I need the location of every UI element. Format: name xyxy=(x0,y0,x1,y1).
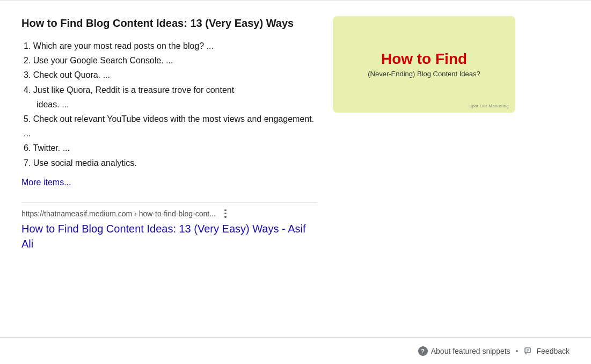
main-content: How to Find Blog Content Ideas: 13 (Very… xyxy=(0,0,537,262)
snippet-list: 1. Which are your most read posts on the… xyxy=(21,39,317,170)
about-snippets-link[interactable]: About featured snippets xyxy=(431,347,510,355)
source-row: https://thatnameasif.medium.com › how-to… xyxy=(21,208,317,219)
more-options-button[interactable] xyxy=(220,208,231,219)
list-item: 4. Just like Quora, Reddit is a treasure… xyxy=(21,83,317,97)
snippet-text-content: How to Find Blog Content Ideas: 13 (Very… xyxy=(21,16,317,251)
thumbnail-subtitle: (Never-Ending) Blog Content Ideas? xyxy=(368,70,480,78)
dot xyxy=(224,209,227,211)
feedback-section: ? About featured snippets • Feedback xyxy=(418,346,570,356)
top-divider xyxy=(0,0,591,1)
list-item: 7. Use social media analytics. xyxy=(21,156,317,170)
bottom-bar: ? About featured snippets • Feedback xyxy=(0,337,591,364)
thumbnail-image: How to Find (Never-Ending) Blog Content … xyxy=(333,16,515,113)
list-item: 2. Use your Google Search Console. ... xyxy=(21,53,317,68)
result-title-link[interactable]: How to Find Blog Content Ideas: 13 (Very… xyxy=(21,221,317,251)
dot xyxy=(224,213,227,214)
more-items-link[interactable]: More items... xyxy=(21,178,71,187)
dot xyxy=(224,216,227,217)
list-item: ideas. ... xyxy=(21,97,317,112)
thumbnail-watermark: Spot Out Marketing xyxy=(469,104,509,108)
snippet-title: How to Find Blog Content Ideas: 13 (Very… xyxy=(21,16,317,30)
question-icon[interactable]: ? xyxy=(418,346,428,356)
source-url: https://thatnameasif.medium.com › how-to… xyxy=(21,209,216,218)
list-item: 5. Check out relevant YouTube videos wit… xyxy=(21,112,317,141)
list-item: 1. Which are your most read posts on the… xyxy=(21,39,317,53)
feedback-link[interactable]: Feedback xyxy=(537,347,570,355)
divider xyxy=(21,202,317,203)
featured-snippet: How to Find Blog Content Ideas: 13 (Very… xyxy=(21,16,515,251)
separator: • xyxy=(516,347,519,355)
question-mark: ? xyxy=(421,348,425,354)
feedback-icon xyxy=(524,346,534,356)
list-item: 6. Twitter. ... xyxy=(21,141,317,155)
list-item: 3. Check out Quora. ... xyxy=(21,68,317,82)
thumbnail-title: How to Find xyxy=(381,51,467,68)
